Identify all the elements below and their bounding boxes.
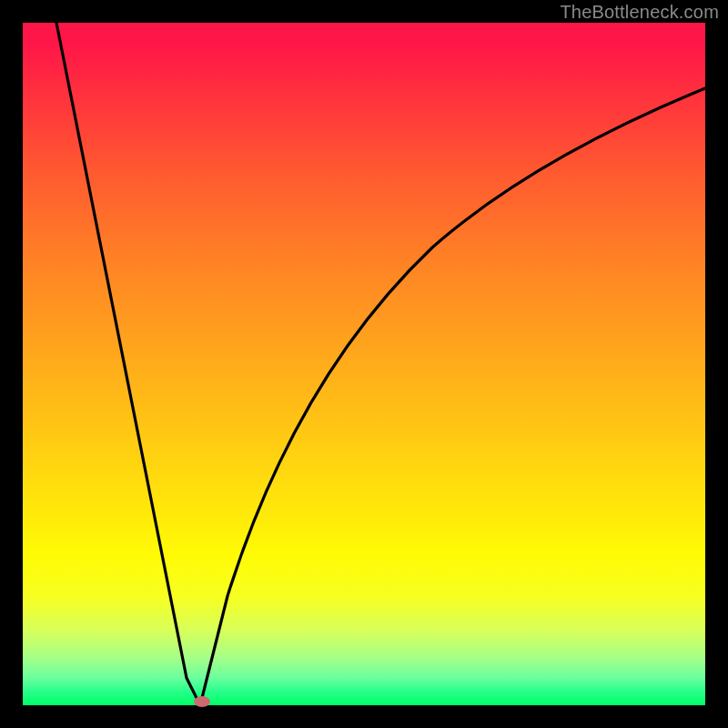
minimum-marker: [194, 696, 210, 707]
watermark-text: TheBottleneck.com: [560, 2, 719, 23]
bottleneck-curve: [23, 23, 705, 705]
chart-frame: TheBottleneck.com: [0, 0, 728, 728]
curve-path: [56, 23, 705, 705]
plot-area: [23, 23, 705, 705]
